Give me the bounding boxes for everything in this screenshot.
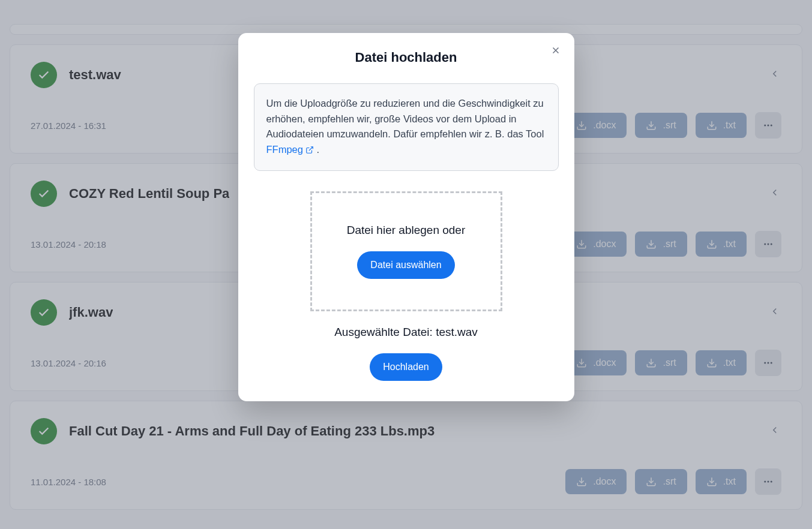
modal-overlay[interactable]: Datei hochladen Um die Uploadgröße zu re… <box>0 0 812 529</box>
close-icon <box>550 45 561 56</box>
upload-modal: Datei hochladen Um die Uploadgröße zu re… <box>238 33 574 401</box>
dropzone[interactable]: Datei hier ablegen oder Datei auswählen <box>310 191 502 311</box>
external-link-icon <box>305 143 314 159</box>
modal-title: Datei hochladen <box>254 50 559 65</box>
drop-text: Datei hier ablegen oder <box>347 224 466 237</box>
svg-line-24 <box>309 146 313 150</box>
info-trailing: . <box>314 144 319 155</box>
selected-file-label: Ausgewählte Datei: test.wav <box>254 326 559 339</box>
info-text: Um die Uploadgröße zu reduzieren und die… <box>266 98 544 139</box>
ffmpeg-link[interactable]: FFmpeg <box>266 144 314 155</box>
select-file-button[interactable]: Datei auswählen <box>357 251 454 279</box>
modal-close-button[interactable] <box>547 41 565 61</box>
upload-button[interactable]: Hochladen <box>370 353 442 381</box>
info-box: Um die Uploadgröße zu reduzieren und die… <box>254 83 559 171</box>
